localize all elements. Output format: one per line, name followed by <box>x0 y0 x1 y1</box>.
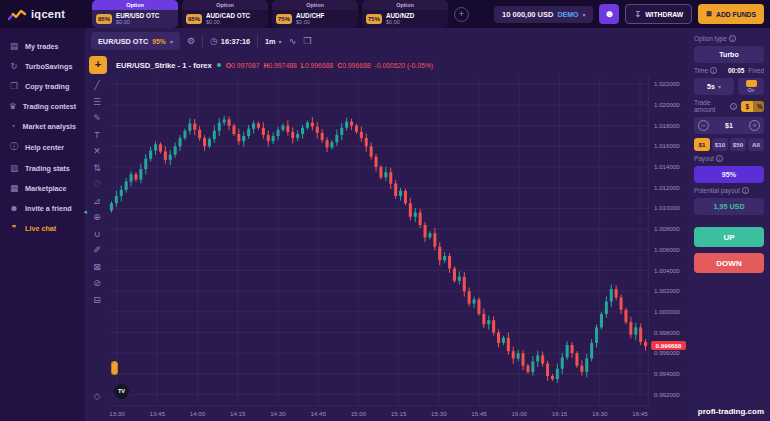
iqcent-logo[interactable]: iqcent <box>8 8 86 21</box>
sidebar-item-label: Market analysis <box>22 122 76 131</box>
tab-pair-name: AUD/NZD <box>386 12 414 19</box>
quick-amount-All[interactable]: All <box>748 138 764 151</box>
lock-icon[interactable]: ⊠ <box>89 262 105 272</box>
sidebar: ◂ ▤My trades↻TurboSavings❐Copy trading♛T… <box>0 28 85 421</box>
sidebar-item-market-analysis[interactable]: ◔Market analysis <box>0 116 85 136</box>
time-tick-label: 13:30 <box>109 410 124 417</box>
position-tool-icon[interactable]: ⇅ <box>89 163 105 173</box>
time-axis: 13:3013:4514:0014:1514:3014:4515:0015:15… <box>109 405 648 421</box>
decrease-amount-button[interactable]: − <box>698 120 709 131</box>
hide-drawings-icon[interactable]: ⊘ <box>89 278 105 288</box>
info-icon[interactable] <box>729 35 736 42</box>
add-tab-button[interactable]: + <box>454 7 469 22</box>
increase-amount-button[interactable]: + <box>749 120 760 131</box>
sidebar-item-live-chat[interactable]: ❞Live chat <box>0 218 85 238</box>
time-tick-label: 14:15 <box>230 410 245 417</box>
time-tick-label: 15:30 <box>431 410 446 417</box>
tab-pair-name: AUD/CAD OTC <box>206 12 250 19</box>
time-tick-label: 14:00 <box>190 410 205 417</box>
symbol-payout: 95% <box>152 38 166 45</box>
tab-payout-badge: 75% <box>276 14 292 24</box>
trade-tab-aud-chf[interactable]: Option75%AUD/CHF$0,00 <box>272 0 358 28</box>
tab-type-label: Option <box>182 0 268 10</box>
draw-mode-icon[interactable]: ✐ <box>89 245 105 255</box>
tab-amount: $0,00 <box>206 19 250 25</box>
symbol-select[interactable]: EUR/USD OTC 95% ▾ <box>91 32 180 50</box>
chevron-down-icon: ▾ <box>582 11 585 18</box>
crosshair-tool[interactable]: + <box>89 56 107 74</box>
remove-drawings-icon[interactable]: ⊟ <box>89 295 105 305</box>
sidebar-item-trading-stats[interactable]: ▥Trading stats <box>0 158 85 178</box>
amount-mode-switch[interactable]: $ % <box>741 101 764 112</box>
pattern-icon[interactable]: ✕ <box>89 146 105 156</box>
tab-payout-badge: 75% <box>366 14 382 24</box>
interval-select[interactable]: 1m ▾ <box>265 37 282 46</box>
sidebar-item-copy-trading[interactable]: ❐Copy trading <box>0 76 85 96</box>
add-funds-button[interactable]: ⊞ ADD FUNDS <box>698 4 764 24</box>
trade-tab-aud-cad-otc[interactable]: Option95%AUD/CAD OTC$0,00 <box>182 0 268 28</box>
sidebar-item-my-trades[interactable]: ▤My trades <box>0 36 85 56</box>
down-button[interactable]: DOWN <box>694 253 764 273</box>
trade-tab-aud-nzd[interactable]: Option75%AUD/NZD$0,00 <box>362 0 448 28</box>
time-tick-label: 14:30 <box>270 410 285 417</box>
tab-type-label: Option <box>362 0 448 10</box>
price-tick-label: 0.998000 <box>654 329 680 336</box>
chart-type-icon[interactable]: ∿ <box>289 36 297 46</box>
time-tick-label: 16:00 <box>512 410 527 417</box>
price-plot[interactable]: TV <box>109 76 648 405</box>
zoom-in-icon[interactable]: ⊕ <box>89 212 105 222</box>
text-tool-icon[interactable]: T <box>89 130 105 140</box>
tab-amount: $0,00 <box>386 19 414 25</box>
info-icon[interactable] <box>716 155 723 162</box>
favorites-icon[interactable]: ◇ <box>89 391 105 401</box>
up-button[interactable]: UP <box>694 227 764 247</box>
sidebar-item-help-center[interactable]: ⓘHelp center <box>0 136 85 158</box>
emoticons-icon[interactable]: ♡ <box>89 179 105 189</box>
duration-select[interactable]: 5s ▾ <box>694 78 734 95</box>
info-icon[interactable] <box>710 67 717 74</box>
price-tick-label: 1.012000 <box>654 184 680 191</box>
quick-amount-10[interactable]: $10 <box>712 138 728 151</box>
tab-body: 75%AUD/NZD$0,00 <box>362 10 448 28</box>
trade-tabs: Option95%EUR/USD OTC$0,00Option95%AUD/CA… <box>92 0 448 28</box>
live-chat-icon: ❞ <box>9 223 19 233</box>
brush-icon[interactable]: ✎ <box>89 113 105 123</box>
invite-a-friend-icon: ☻ <box>9 203 19 213</box>
tab-info: AUD/NZD$0,00 <box>386 12 414 25</box>
trend-line-icon[interactable]: ╱ <box>89 80 105 90</box>
percent-mode-button[interactable]: % <box>753 101 764 112</box>
quick-amount-1[interactable]: $1 <box>694 138 710 151</box>
user-profile-button[interactable]: ☻ <box>599 4 619 24</box>
site-watermark: profi-trading.com <box>698 407 764 416</box>
dollar-mode-button[interactable]: $ <box>741 101 753 112</box>
fib-retracement-icon[interactable]: ☰ <box>89 97 105 107</box>
sidebar-item-trading-contest[interactable]: ♛Trading contest <box>0 96 85 116</box>
trade-marker <box>111 361 118 375</box>
sidebar-item-invite-a-friend[interactable]: ☻Invite a friend <box>0 198 85 218</box>
indicators-icon[interactable]: ⚙ <box>187 36 195 46</box>
toggle-knob-icon <box>746 80 757 87</box>
potential-payout-value: 1,95 USD <box>694 198 764 215</box>
sidebar-item-turbosavings[interactable]: ↻TurboSavings <box>0 56 85 76</box>
sidebar-item-marketplace[interactable]: ▦Marketplace <box>0 178 85 198</box>
info-icon[interactable] <box>730 103 737 110</box>
toggle-state: On <box>748 88 754 93</box>
balance-amount: 10 000,00 USD <box>502 10 553 19</box>
option-type-select[interactable]: Turbo <box>694 46 764 63</box>
balance-selector[interactable]: 10 000,00 USD DEMO ▾ <box>494 6 593 23</box>
fixed-time-toggle[interactable]: On <box>738 78 764 95</box>
measure-icon[interactable]: ⊿ <box>89 196 105 206</box>
chevron-down-icon: ▾ <box>170 38 173 45</box>
amount-value[interactable]: $1 <box>709 121 749 130</box>
quick-amount-50[interactable]: $50 <box>730 138 746 151</box>
withdraw-button[interactable]: ↧ WITHDRAW <box>625 4 692 24</box>
server-clock: ◷ 16:37:16 <box>210 36 250 46</box>
ohlc-readout: O0.997087 H0.997488 L0.996688 C0.996688 … <box>226 62 433 69</box>
magnet-icon[interactable]: ∪ <box>89 229 105 239</box>
trade-tab-eur-usd-otc[interactable]: Option95%EUR/USD OTC$0,00 <box>92 0 178 28</box>
turbosavings-icon: ↻ <box>9 61 19 71</box>
fullscreen-icon[interactable]: ❒ <box>303 36 311 46</box>
price-tick-label: 1.014000 <box>654 163 680 170</box>
tradingview-logo[interactable]: TV <box>114 384 129 399</box>
info-icon[interactable] <box>742 187 749 194</box>
